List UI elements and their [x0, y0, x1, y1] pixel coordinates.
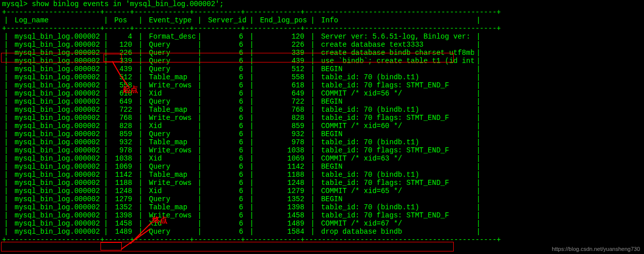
cell-end-log-pos: 512	[256, 65, 309, 73]
cell-event-type: Query	[145, 49, 195, 57]
cell-server-id: 6	[204, 41, 248, 49]
cell-server-id: 6	[204, 171, 248, 179]
cell-info: BEGIN	[317, 130, 474, 138]
cell-end-log-pos: 768	[256, 106, 309, 114]
cell-pos: 1069	[110, 163, 137, 171]
cell-event-type: Table_map	[145, 203, 195, 211]
table-row: | mysql_bin_log.000002|618 | Xid|6 |649 …	[2, 89, 642, 98]
cell-info: table_id: 70 flags: STMT_END_F	[317, 81, 474, 89]
cell-server-id: 6	[204, 219, 248, 228]
cell-end-log-pos: 1458	[256, 211, 309, 219]
cell-log-name: mysql_bin_log.000002	[10, 163, 101, 171]
table-row: | mysql_bin_log.000002|226 | Query|6 |33…	[2, 49, 642, 57]
table-row: | mysql_bin_log.000002|1398 | Write_rows…	[2, 211, 642, 219]
cell-info: BEGIN	[317, 195, 474, 203]
cell-event-type: Query	[145, 163, 195, 171]
cell-log-name: mysql_bin_log.000002	[10, 179, 101, 187]
cell-pos: 1398	[110, 211, 137, 219]
cell-info: Server ver: 5.6.51-log, Binlog ver: 4	[317, 33, 474, 41]
cell-server-id: 6	[204, 211, 248, 219]
cell-info: table_id: 70 flags: STMT_END_F	[317, 179, 474, 187]
table-row: | mysql_bin_log.000002|1279 | Query|6 |1…	[2, 195, 642, 203]
cell-pos: 120	[110, 41, 137, 49]
table-row: | mysql_bin_log.000002|649 | Query|6 |72…	[2, 98, 642, 106]
cell-server-id: 6	[204, 81, 248, 89]
cell-pos: 1188	[110, 179, 137, 187]
cell-event-type: Write_rows	[145, 114, 195, 122]
cell-info: table_id: 70 flags: STMT_END_F	[317, 114, 474, 122]
cell-info: table_id: 70 flags: STMT_END_F	[317, 211, 474, 219]
cell-server-id: 6	[204, 49, 248, 57]
cell-server-id: 6	[204, 73, 248, 81]
table-border: +----------------------+------+---------…	[2, 24, 642, 33]
table-row: | mysql_bin_log.000002|120 | Query|6 |22…	[2, 41, 642, 49]
cell-pos: 558	[110, 81, 137, 89]
cell-log-name: mysql_bin_log.000002	[10, 130, 101, 138]
cell-pos: 978	[110, 146, 137, 154]
cell-end-log-pos: 649	[256, 89, 309, 98]
sql-command[interactable]: show binlog events in 'mysql_bin_log.000…	[32, 0, 224, 8]
cell-end-log-pos: 1352	[256, 195, 309, 203]
cell-end-log-pos: 978	[256, 138, 309, 146]
cell-log-name: mysql_bin_log.000002	[10, 114, 101, 122]
cell-server-id: 6	[204, 130, 248, 138]
table-row: | mysql_bin_log.000002|768 | Write_rows|…	[2, 114, 642, 122]
col-header-event-type: Event_type	[145, 16, 195, 24]
cell-end-log-pos: 1142	[256, 163, 309, 171]
table-row: | mysql_bin_log.000002|512 | Table_map|6…	[2, 73, 642, 81]
cell-log-name: mysql_bin_log.000002	[10, 89, 101, 98]
cell-server-id: 6	[204, 98, 248, 106]
cell-pos: 1458	[110, 219, 137, 228]
cell-log-name: mysql_bin_log.000002	[10, 171, 101, 179]
cell-log-name: mysql_bin_log.000002	[10, 81, 101, 89]
prompt-prefix: mysql>	[2, 0, 32, 8]
cell-pos: 439	[110, 65, 137, 73]
cell-pos: 932	[110, 138, 137, 146]
cell-event-type: Query	[145, 98, 195, 106]
cell-server-id: 6	[204, 195, 248, 203]
cell-server-id: 6	[204, 33, 248, 41]
table-row: | mysql_bin_log.000002|1188 | Write_rows…	[2, 179, 642, 187]
cell-info: create database bindb charset utf8mb4	[317, 49, 474, 57]
col-header-end-log-pos: End_log_pos	[256, 16, 309, 24]
cell-info: drop database bindb	[317, 228, 474, 236]
cell-end-log-pos: 1489	[256, 219, 309, 228]
cell-log-name: mysql_bin_log.000002	[10, 73, 101, 81]
cell-end-log-pos: 828	[256, 114, 309, 122]
cell-server-id: 6	[204, 179, 248, 187]
cell-pos: 768	[110, 114, 137, 122]
cell-log-name: mysql_bin_log.000002	[10, 219, 101, 228]
cell-end-log-pos: 1038	[256, 146, 309, 154]
cell-info: COMMIT /* xid=67 */	[317, 219, 474, 228]
cell-event-type: Write_rows	[145, 211, 195, 219]
table-row: | mysql_bin_log.000002|859 | Query|6 |93…	[2, 130, 642, 138]
cell-log-name: mysql_bin_log.000002	[10, 98, 101, 106]
cell-event-type: Table_map	[145, 73, 195, 81]
prompt-line: mysql> show binlog events in 'mysql_bin_…	[2, 0, 642, 8]
cell-end-log-pos: 1584	[256, 228, 309, 236]
cell-server-id: 6	[204, 122, 248, 130]
cell-event-type: Xid	[145, 154, 195, 163]
cell-info: table_id: 70 (bindb.t1)	[317, 138, 474, 146]
cell-pos: 1038	[110, 154, 137, 163]
cell-info: use `bindb`; create table t1 (id int)	[317, 57, 474, 65]
cell-event-type: Query	[145, 228, 195, 236]
cell-pos: 618	[110, 89, 137, 98]
cell-end-log-pos: 1188	[256, 171, 309, 179]
cell-server-id: 6	[204, 89, 248, 98]
cell-event-type: Table_map	[145, 106, 195, 114]
table-row: | mysql_bin_log.000002|439 | Query|6 |51…	[2, 65, 642, 73]
cell-log-name: mysql_bin_log.000002	[10, 33, 101, 41]
table-row: | mysql_bin_log.000002|4 | Format_desc|6…	[2, 33, 642, 41]
table-row: | mysql_bin_log.000002|1352 | Table_map|…	[2, 203, 642, 211]
cell-event-type: Format_desc	[145, 33, 195, 41]
cell-log-name: mysql_bin_log.000002	[10, 195, 101, 203]
cell-end-log-pos: 618	[256, 81, 309, 89]
table-header-row: | Log_name| Pos| Event_type| Server_id| …	[2, 16, 642, 24]
table-row: | mysql_bin_log.000002|828 | Xid|6 |859 …	[2, 122, 642, 130]
cell-event-type: Query	[145, 65, 195, 73]
table-border: +----------------------+------+---------…	[2, 8, 642, 16]
cell-end-log-pos: 1248	[256, 179, 309, 187]
table-row: | mysql_bin_log.000002|1248 | Xid|6 |127…	[2, 187, 642, 195]
cell-info: COMMIT /* xid=60 */	[317, 122, 474, 130]
